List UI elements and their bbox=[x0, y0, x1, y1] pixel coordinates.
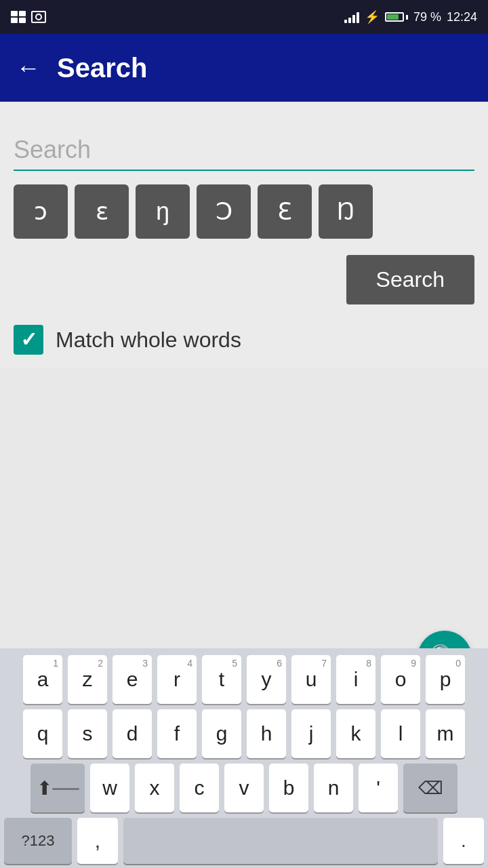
key-d[interactable]: d bbox=[113, 709, 152, 758]
period-label: . bbox=[461, 830, 466, 852]
period-key[interactable]: . bbox=[443, 818, 484, 864]
key-t[interactable]: 5t bbox=[202, 655, 241, 704]
key-s[interactable]: s bbox=[68, 709, 107, 758]
char-btn-0[interactable]: ɔ bbox=[14, 184, 68, 239]
status-right: ⚡ 79 % 12:24 bbox=[344, 9, 477, 24]
key-apostrophe[interactable]: ' bbox=[359, 764, 398, 812]
key-n[interactable]: n bbox=[314, 764, 353, 812]
key-q[interactable]: q bbox=[23, 709, 62, 758]
keyboard-row-2: q s d f g h j k l m bbox=[4, 709, 484, 758]
search-btn-row: Search bbox=[14, 255, 474, 304]
key-w[interactable]: w bbox=[90, 764, 129, 812]
match-words-checkbox[interactable]: ✓ bbox=[14, 325, 43, 355]
key-x[interactable]: x bbox=[135, 764, 174, 812]
char-btn-3[interactable]: Ɔ bbox=[197, 184, 251, 239]
char-btn-4[interactable]: Ɛ bbox=[258, 184, 312, 239]
status-left bbox=[11, 11, 46, 23]
key-g[interactable]: g bbox=[202, 709, 241, 758]
match-words-row: ✓ Match whole words bbox=[14, 325, 474, 355]
battery-percent: 79 % bbox=[413, 10, 441, 24]
backspace-key[interactable]: ⌫ bbox=[403, 764, 458, 812]
space-key[interactable] bbox=[123, 818, 438, 864]
search-input-wrapper bbox=[14, 129, 474, 171]
key-i[interactable]: 8i bbox=[336, 655, 375, 704]
key-k[interactable]: k bbox=[336, 709, 375, 758]
clock: 12:24 bbox=[447, 10, 477, 24]
key-a[interactable]: 1a bbox=[23, 655, 62, 704]
search-button[interactable]: Search bbox=[346, 255, 474, 304]
keyboard-row-4: ?123 , . bbox=[4, 818, 484, 864]
char-btn-1[interactable]: ɛ bbox=[75, 184, 129, 239]
key-z[interactable]: 2z bbox=[68, 655, 107, 704]
signal-icon bbox=[344, 11, 359, 23]
char-buttons-row: ɔ ɛ ŋ Ɔ Ɛ Ŋ bbox=[14, 184, 474, 239]
notification-icon bbox=[11, 11, 26, 23]
back-button[interactable]: ← bbox=[16, 54, 41, 82]
key-o[interactable]: 9o bbox=[381, 655, 420, 704]
lightning-icon: ⚡ bbox=[365, 9, 380, 24]
key-j[interactable]: j bbox=[291, 709, 331, 758]
key-m[interactable]: m bbox=[426, 709, 465, 758]
key-l[interactable]: l bbox=[381, 709, 420, 758]
key-r[interactable]: 4r bbox=[157, 655, 197, 704]
key-e[interactable]: 3e bbox=[113, 655, 152, 704]
key-y[interactable]: 6y bbox=[247, 655, 286, 704]
comma-label: , bbox=[95, 829, 100, 852]
page-title: Search bbox=[57, 53, 147, 83]
shift-key[interactable]: ⬆ bbox=[30, 764, 85, 812]
keyboard: 1a 2z 3e 4r 5t 6y 7u 8i 9o 0p q s d f g … bbox=[0, 648, 488, 868]
main-content: ɔ ɛ ŋ Ɔ Ɛ Ŋ Search ✓ Match whole words bbox=[0, 102, 488, 368]
back-icon: ← bbox=[16, 54, 41, 82]
num-sym-key[interactable]: ?123 bbox=[4, 818, 72, 864]
key-p[interactable]: 0p bbox=[426, 655, 465, 704]
backspace-icon: ⌫ bbox=[418, 778, 443, 799]
app-bar: ← Search bbox=[0, 34, 488, 102]
search-input[interactable] bbox=[14, 129, 474, 171]
battery-icon bbox=[385, 12, 408, 22]
status-bar: ⚡ 79 % 12:24 bbox=[0, 0, 488, 34]
key-c[interactable]: c bbox=[180, 764, 219, 812]
num-sym-label: ?123 bbox=[22, 832, 55, 850]
comma-key[interactable]: , bbox=[77, 818, 118, 864]
char-btn-2[interactable]: ŋ bbox=[136, 184, 190, 239]
key-f[interactable]: f bbox=[157, 709, 197, 758]
char-btn-5[interactable]: Ŋ bbox=[319, 184, 373, 239]
key-h[interactable]: h bbox=[247, 709, 286, 758]
checkmark-icon: ✓ bbox=[20, 330, 37, 350]
key-u[interactable]: 7u bbox=[291, 655, 331, 704]
key-b[interactable]: b bbox=[269, 764, 308, 812]
match-words-label: Match whole words bbox=[56, 328, 241, 353]
shift-icon: ⬆ bbox=[37, 777, 52, 800]
key-v[interactable]: v bbox=[224, 764, 264, 812]
photo-icon bbox=[31, 11, 46, 23]
keyboard-row-3: ⬆ w x c v b n ' ⌫ bbox=[4, 764, 484, 812]
keyboard-row-1: 1a 2z 3e 4r 5t 6y 7u 8i 9o 0p bbox=[4, 655, 484, 704]
